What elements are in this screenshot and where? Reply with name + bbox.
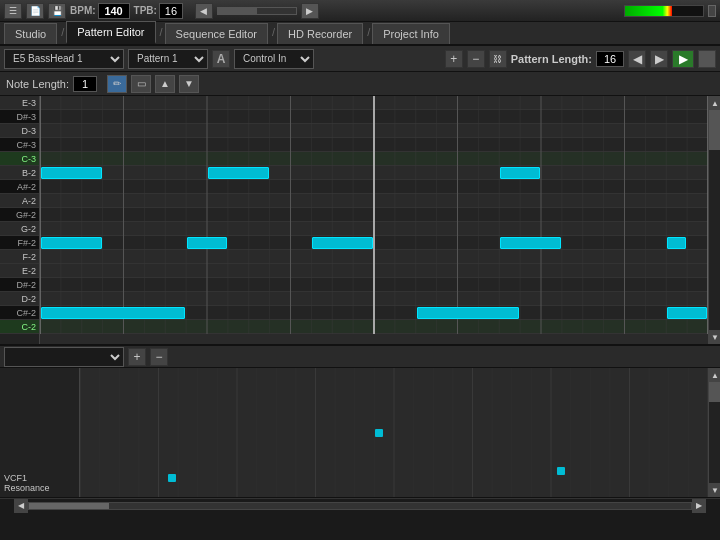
h-scroll-right[interactable]: ▶ [692,499,706,513]
scroll-up-arrow[interactable]: ▲ [709,96,720,110]
piano-key-c2[interactable]: C-2 [0,320,39,334]
grid-row-11[interactable] [40,250,708,264]
play-btn[interactable]: ▶ [672,50,694,68]
auto-scroll-track[interactable] [709,382,720,483]
grid-row-7[interactable] [40,194,708,208]
grid-row-6[interactable] [40,180,708,194]
pl-left[interactable]: ◀ [628,50,646,68]
note[interactable] [41,307,185,319]
note-mode-btn[interactable]: A [212,50,230,68]
tab-studio[interactable]: Studio [4,23,57,44]
link-btn[interactable]: ⛓ [489,50,507,68]
toolbar-arrow-left[interactable]: ◀ [195,3,213,19]
piano-key-as2[interactable]: A#-2 [0,180,39,194]
stop-btn[interactable] [698,50,716,68]
scroll-thumb[interactable] [709,110,720,150]
grid-row-1[interactable] [40,110,708,124]
add-btn[interactable]: + [445,50,463,68]
h-scroll-left[interactable]: ◀ [14,499,28,513]
automation-point[interactable] [375,429,383,437]
auto-scroll-up[interactable]: ▲ [709,368,720,382]
tpb-value[interactable]: 16 [159,3,183,19]
grid-row-4[interactable] [40,152,708,166]
remove-btn[interactable]: − [467,50,485,68]
piano-key-cs3[interactable]: C#-3 [0,138,39,152]
automation-type-dropdown[interactable] [4,347,124,367]
pl-right[interactable]: ▶ [650,50,668,68]
grid-row-3[interactable] [40,138,708,152]
grid-row-5[interactable] [40,166,708,180]
select-tool[interactable]: ▭ [131,75,151,93]
pencil-tool[interactable]: ✏ [107,75,127,93]
h-scroll-thumb[interactable] [29,503,109,509]
piano-key-g2[interactable]: G-2 [0,222,39,236]
grid-row-9[interactable] [40,222,708,236]
piano-key-ds3[interactable]: D#-3 [0,110,39,124]
grid-row-16[interactable] [40,320,708,334]
scroll-down-arrow[interactable]: ▼ [709,330,720,344]
automation-label-col: VCF1 Resonance [0,368,80,497]
note[interactable] [667,307,707,319]
note[interactable] [500,237,561,249]
grid-row-8[interactable] [40,208,708,222]
piano-key-ds2[interactable]: D#-2 [0,278,39,292]
note-length-value[interactable]: 1 [73,76,97,92]
piano-key-e3[interactable]: E-3 [0,96,39,110]
note[interactable] [187,237,227,249]
piano-key-fs2[interactable]: F#-2 [0,236,39,250]
grid-container[interactable]: // draw vertical lines dynamically [40,96,708,344]
pattern-dropdown[interactable]: Pattern 1 [128,49,208,69]
piano-key-d3[interactable]: D-3 [0,124,39,138]
piano-key-b2[interactable]: B-2 [0,166,39,180]
grid-row-13[interactable] [40,278,708,292]
auto-remove-btn[interactable]: − [150,348,168,366]
master-slider[interactable] [217,7,297,15]
tab-hd-recorder[interactable]: HD Recorder [277,23,363,44]
automation-point[interactable] [168,474,176,482]
main-area: E-3 D#-3 D-3 C#-3 C-3 B-2 A#-2 A-2 G#-2 … [0,96,720,346]
down-tool[interactable]: ▼ [179,75,199,93]
automation-point[interactable] [557,467,565,475]
piano-key-f2[interactable]: F-2 [0,250,39,264]
auto-add-btn[interactable]: + [128,348,146,366]
piano-key-c3[interactable]: C-3 [0,152,39,166]
tab-sequence-editor[interactable]: Sequence Editor [165,23,268,44]
piano-key-e2[interactable]: E-2 [0,264,39,278]
track-dropdown[interactable]: E5 BassHead 1 [4,49,124,69]
toolbar-arrow-right[interactable]: ▶ [301,3,319,19]
grid-row-12[interactable] [40,264,708,278]
tab-project-info[interactable]: Project Info [372,23,450,44]
auto-scroll-down[interactable]: ▼ [709,483,720,497]
scroll-track[interactable] [709,110,720,330]
horizontal-scrollbar[interactable]: ◀ ▶ [0,498,720,512]
new-btn[interactable]: 📄 [26,3,44,19]
bpm-value[interactable]: 140 [98,3,130,19]
note[interactable] [208,167,269,179]
up-tool[interactable]: ▲ [155,75,175,93]
save-btn[interactable]: 💾 [48,3,66,19]
menu-btn[interactable]: ☰ [4,3,22,19]
note[interactable] [41,237,102,249]
level-meter [624,5,704,17]
note[interactable] [312,237,373,249]
tab-pattern-editor[interactable]: Pattern Editor [66,21,155,44]
piano-key-cs2[interactable]: C#-2 [0,306,39,320]
note[interactable] [41,167,102,179]
piano-key-gs2[interactable]: G#-2 [0,208,39,222]
grid-row-2[interactable] [40,124,708,138]
note[interactable] [667,237,686,249]
note-grid[interactable]: // draw vertical lines dynamically [40,96,708,344]
note[interactable] [500,167,540,179]
grid-row-0[interactable] [40,96,708,110]
grid-row-14[interactable] [40,292,708,306]
note[interactable] [417,307,519,319]
pattern-length-value[interactable]: 16 [596,51,624,67]
vertical-scrollbar[interactable]: ▲ ▼ [708,96,720,344]
automation-scrollbar[interactable]: ▲ ▼ [708,368,720,497]
piano-key-d2[interactable]: D-2 [0,292,39,306]
control-dropdown[interactable]: Control In [234,49,314,69]
h-scroll-track[interactable] [28,502,692,510]
piano-key-a2[interactable]: A-2 [0,194,39,208]
grid-row-10[interactable] [40,236,708,250]
automation-grid[interactable] [80,368,708,497]
